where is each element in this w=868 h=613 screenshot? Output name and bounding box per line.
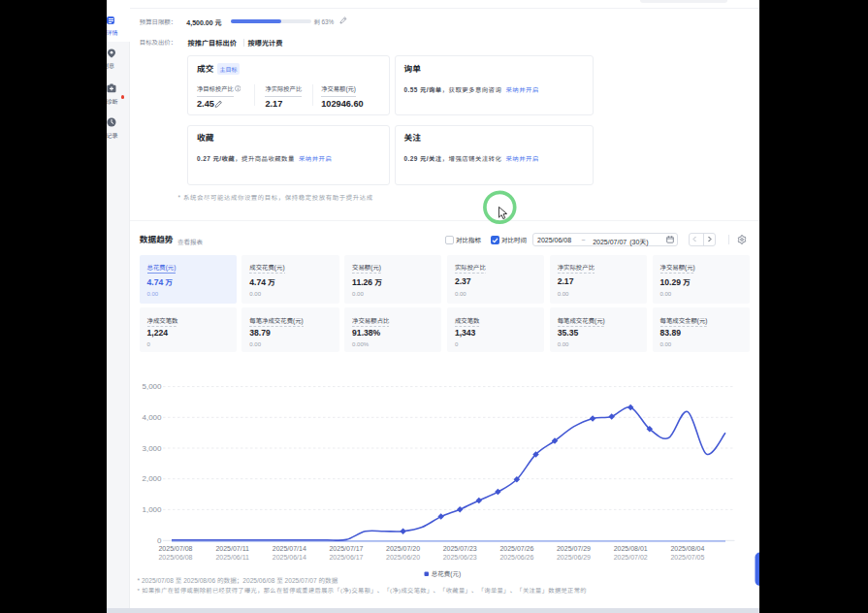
svg-text:2025/06/11: 2025/06/11 [215, 554, 249, 561]
svg-text:2025/07/05: 2025/07/05 [670, 554, 704, 561]
svg-text:2025/06/14: 2025/06/14 [273, 554, 306, 561]
svg-text:2025/07/17: 2025/07/17 [329, 545, 363, 552]
svg-text:2025/06/08: 2025/06/08 [158, 554, 192, 561]
svg-text:2025/07/08: 2025/07/08 [158, 545, 192, 552]
svg-text:3,000: 3,000 [142, 444, 162, 453]
svg-text:2025/06/20: 2025/06/20 [386, 554, 420, 561]
svg-text:2025/07/11: 2025/07/11 [215, 545, 249, 552]
svg-text:2,000: 2,000 [142, 474, 162, 483]
svg-text:2025/07/20: 2025/07/20 [386, 545, 420, 552]
svg-text:0: 0 [157, 536, 162, 545]
svg-text:2025/08/01: 2025/08/01 [614, 545, 648, 552]
svg-text:2025/06/26: 2025/06/26 [499, 554, 533, 561]
svg-text:5,000: 5,000 [142, 382, 162, 391]
svg-text:2025/06/17: 2025/06/17 [329, 554, 363, 561]
svg-text:2025/06/29: 2025/06/29 [557, 554, 591, 561]
svg-text:2025/07/02: 2025/07/02 [614, 554, 648, 561]
svg-text:1,000: 1,000 [142, 505, 162, 514]
svg-text:2025/06/23: 2025/06/23 [443, 554, 477, 561]
svg-text:2025/07/14: 2025/07/14 [273, 545, 306, 552]
svg-text:2025/07/23: 2025/07/23 [443, 545, 477, 552]
svg-text:2025/07/26: 2025/07/26 [499, 545, 533, 552]
svg-text:2025/08/04: 2025/08/04 [670, 545, 704, 552]
svg-text:4,000: 4,000 [142, 413, 162, 422]
svg-text:2025/07/29: 2025/07/29 [557, 545, 591, 552]
svg-text:总花费(元): 总花费(元) [432, 570, 461, 578]
